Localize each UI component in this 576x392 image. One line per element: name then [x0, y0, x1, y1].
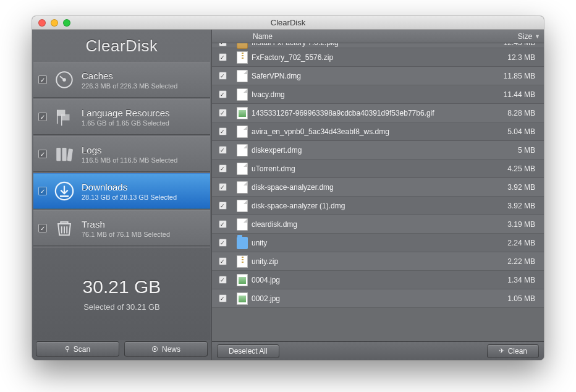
file-doc-icon: [237, 126, 248, 138]
main-panel: Name Size ▼ ✓Install FxFactory 7.0.2.pkg…: [211, 30, 544, 360]
file-name: uTorrent.dmg: [252, 164, 491, 173]
table-row[interactable]: ✓unity.zip2.22 MB: [212, 252, 544, 271]
table-row[interactable]: ✓0002.jpg1.05 MB: [212, 289, 544, 308]
file-size: 3.19 MB: [491, 220, 544, 229]
summary-sub: Selected of 30.21 GB: [83, 302, 160, 312]
file-size: 8.28 MB: [491, 109, 544, 117]
file-size: 2.24 MB: [491, 239, 544, 247]
file-size: 11.85 MB: [491, 72, 544, 80]
deselect-all-button[interactable]: Deselect All: [217, 344, 279, 358]
row-checkbox[interactable]: ✓: [219, 257, 227, 265]
clean-button[interactable]: ✈ Clean: [487, 344, 539, 358]
svg-rect-6: [56, 148, 61, 161]
file-doc-icon: [237, 181, 248, 194]
table-row[interactable]: ✓FxFactory_702_5576.zip12.3 MB: [212, 48, 544, 67]
table-row[interactable]: ✓disk-space-analyzer (1).dmg3.92 MB: [212, 197, 544, 215]
row-checkbox[interactable]: ✓: [219, 164, 227, 173]
file-img-icon: [237, 107, 248, 119]
file-name: SaferVPN.dmg: [252, 72, 491, 80]
row-checkbox[interactable]: ✓: [219, 294, 227, 302]
column-name[interactable]: Name: [252, 32, 491, 41]
category-checkbox[interactable]: ✓: [38, 187, 47, 195]
category-list: ✓Caches226.3 MB of 226.3 MB Selected✓Lan…: [32, 62, 211, 246]
sidebar-item-downloads[interactable]: ✓Downloads28.13 GB of 28.13 GB Selected: [33, 173, 210, 209]
table-row[interactable]: ✓disk-space-analyzer.dmg3.92 MB: [212, 178, 544, 197]
category-subtitle: 226.3 MB of 226.3 MB Selected: [82, 82, 177, 90]
sidebar-item-language[interactable]: ✓Language Resources1.65 GB of 1.65 GB Se…: [33, 99, 210, 135]
file-size: 5 MB: [491, 146, 544, 155]
table-row[interactable]: ✓uTorrent.dmg4.25 MB: [212, 160, 544, 178]
news-button[interactable]: ⦿ News: [124, 341, 208, 357]
row-checkbox[interactable]: ✓: [219, 146, 227, 154]
row-checkbox[interactable]: ✓: [219, 72, 227, 80]
svg-rect-8: [67, 148, 73, 161]
row-checkbox[interactable]: ✓: [219, 183, 227, 191]
file-size: 12.3 MB: [491, 53, 544, 62]
maximize-icon[interactable]: [63, 19, 70, 27]
file-pkg-icon: [237, 43, 248, 49]
sidebar-item-caches[interactable]: ✓Caches226.3 MB of 226.3 MB Selected: [33, 62, 210, 98]
file-name: 0004.jpg: [252, 276, 491, 284]
category-checkbox[interactable]: ✓: [38, 113, 47, 121]
category-checkbox[interactable]: ✓: [38, 224, 47, 232]
selection-summary: 30.21 GB Selected of 30.21 GB: [33, 247, 210, 340]
table-row[interactable]: ✓1435331267-969963398a9cdcba40391d9f53eb…: [212, 104, 544, 122]
category-subtitle: 76.1 MB of 76.1 MB Selected: [82, 231, 170, 238]
file-list[interactable]: ✓Install FxFactory 7.0.2.pkg12.45 MB✓FxF…: [212, 43, 544, 341]
category-checkbox[interactable]: ✓: [38, 150, 47, 158]
column-size[interactable]: Size ▼: [491, 32, 544, 41]
file-size: 1.05 MB: [491, 294, 544, 303]
table-row[interactable]: ✓Install FxFactory 7.0.2.pkg12.45 MB: [212, 43, 544, 48]
file-name: unity.zip: [252, 257, 491, 266]
file-zip-icon: [237, 255, 248, 268]
table-row[interactable]: ✓SaferVPN.dmg11.85 MB: [212, 67, 544, 85]
file-size: 2.22 MB: [491, 257, 544, 266]
table-row[interactable]: ✓diskexpert.dmg5 MB: [212, 141, 544, 160]
file-doc-icon: [237, 163, 248, 175]
row-checkbox[interactable]: ✓: [219, 43, 227, 46]
scan-button[interactable]: ⚲ Scan: [36, 341, 119, 357]
category-title: Logs: [82, 145, 177, 155]
sort-descending-icon: ▼: [535, 33, 540, 40]
category-checkbox[interactable]: ✓: [38, 75, 47, 84]
scan-button-label: Scan: [74, 345, 90, 354]
file-size: 5.04 MB: [491, 127, 544, 136]
file-name: disk-space-analyzer (1).dmg: [252, 202, 491, 210]
file-doc-icon: [237, 88, 248, 101]
sidebar-item-trash[interactable]: ✓Trash76.1 MB of 76.1 MB Selected: [33, 210, 210, 246]
file-doc-icon: [237, 70, 248, 82]
sidebar-buttons: ⚲ Scan ⦿ News: [32, 341, 211, 360]
window-title: ClearDisk: [32, 18, 544, 27]
row-checkbox[interactable]: ✓: [219, 239, 227, 247]
sidebar-item-logs[interactable]: ✓Logs116.5 MB of 116.5 MB Selected: [33, 136, 210, 172]
table-row[interactable]: ✓cleardisk.dmg3.19 MB: [212, 215, 544, 234]
file-name: 1435331267-969963398a9cdcba40391d9f53eb7…: [252, 109, 491, 117]
file-img-icon: [237, 274, 248, 286]
table-row[interactable]: ✓avira_en_vpnb0_5ac34d43eabf8_ws.dmg5.04…: [212, 122, 544, 141]
row-checkbox[interactable]: ✓: [219, 202, 227, 210]
svg-rect-3: [62, 114, 70, 121]
summary-total: 30.21 GB: [83, 276, 161, 297]
close-icon[interactable]: [38, 19, 46, 27]
row-checkbox[interactable]: ✓: [219, 276, 227, 284]
column-size-label: Size: [518, 32, 532, 41]
svg-rect-10: [60, 195, 69, 197]
table-row[interactable]: ✓0004.jpg1.34 MB: [212, 271, 544, 289]
table-row[interactable]: ✓unity2.24 MB: [212, 234, 544, 252]
file-size: 3.92 MB: [491, 202, 544, 210]
download-icon: [52, 179, 77, 203]
file-name: diskexpert.dmg: [252, 146, 491, 155]
clean-button-label: Clean: [508, 347, 527, 356]
row-checkbox[interactable]: ✓: [219, 109, 227, 117]
minimize-icon[interactable]: [51, 19, 58, 27]
file-name: unity: [252, 239, 491, 247]
titlebar: ClearDisk: [32, 16, 544, 30]
row-checkbox[interactable]: ✓: [219, 53, 227, 61]
file-size: 4.25 MB: [491, 164, 544, 173]
table-row[interactable]: ✓Ivacy.dmg11.44 MB: [212, 85, 544, 104]
category-subtitle: 28.13 GB of 28.13 GB Selected: [82, 194, 177, 201]
row-checkbox[interactable]: ✓: [219, 220, 227, 228]
row-checkbox[interactable]: ✓: [219, 127, 227, 135]
news-button-label: News: [162, 345, 180, 354]
row-checkbox[interactable]: ✓: [219, 90, 227, 98]
